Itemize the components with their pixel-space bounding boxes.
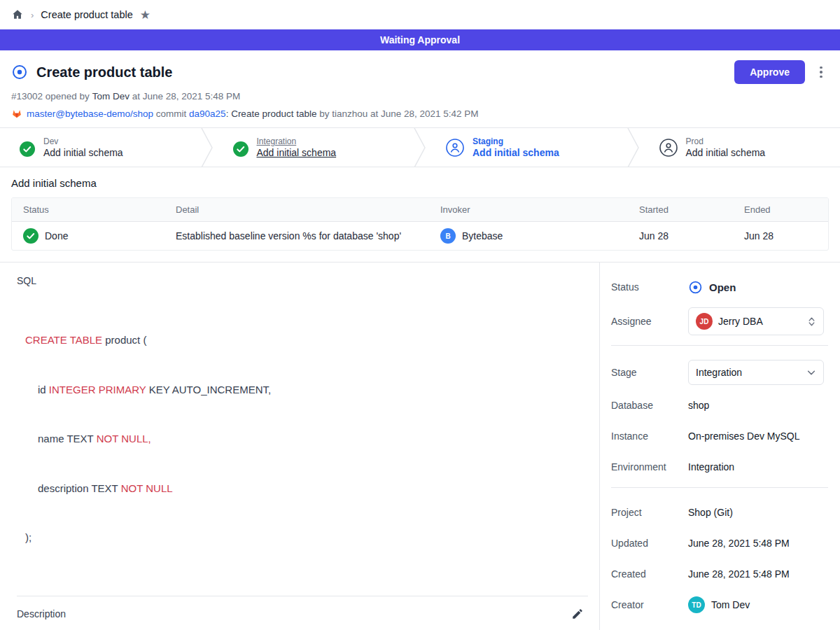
chevron-down-icon: [806, 368, 816, 377]
stage-env-label: Dev: [43, 136, 123, 146]
person-circle-icon: [659, 139, 678, 157]
sql-label: SQL: [17, 275, 588, 286]
updated-row: Updated June 28, 2021 5:48 PM: [611, 533, 828, 554]
commit-hash-link[interactable]: da90a25: [189, 108, 226, 119]
home-icon[interactable]: [11, 8, 24, 21]
divider: [611, 345, 828, 346]
bytebase-issue-page: › Create product table ★ Waiting Approva…: [0, 0, 840, 630]
issue-header: Create product table Approve #13002 open…: [0, 50, 840, 127]
creator-value: TD Tom Dev: [688, 596, 750, 613]
more-options-icon[interactable]: [813, 64, 829, 81]
avatar: JD: [696, 313, 713, 330]
updated-value: June 28, 2021 5:48 PM: [688, 538, 790, 549]
started-cell: Jun 28: [628, 222, 733, 250]
stage-task-label: Add initial schema: [43, 147, 123, 158]
stage-env-label: Integration: [257, 136, 337, 146]
task-table: Status Detail Invoker Started Ended Done…: [11, 197, 829, 251]
status-value: Open: [688, 280, 736, 295]
environment-row: Environment Integration: [611, 456, 828, 477]
updated-label: Updated: [611, 538, 688, 549]
instance-row: Instance On-premises Dev MySQL: [611, 426, 828, 447]
status-label: Status: [611, 281, 688, 293]
divider: [17, 596, 588, 596]
breadcrumb-separator: ›: [31, 10, 34, 20]
edit-pencil-icon[interactable]: [571, 608, 584, 620]
avatar: B: [440, 228, 456, 244]
approval-banner-text: Waiting Approval: [380, 34, 460, 46]
created-label: Created: [611, 568, 688, 580]
divider: [611, 487, 828, 488]
status-cell: Done: [12, 222, 164, 250]
issue-open-icon: [688, 280, 703, 295]
stage-value: Integration: [696, 367, 801, 378]
col-started: Started: [628, 198, 733, 221]
stage-separator: [627, 128, 640, 167]
assignee-select[interactable]: JD Jerry DBA: [688, 307, 824, 335]
assignee-label: Assignee: [611, 316, 688, 327]
environment-value: Integration: [688, 461, 734, 472]
stage-prod[interactable]: ProdAdd initial schema: [640, 128, 840, 167]
task-section: Add initial schema Status Detail Invoker…: [0, 167, 840, 262]
assignee-value: Jerry DBA: [718, 316, 802, 327]
instance-value[interactable]: On-premises Dev MySQL: [688, 430, 799, 442]
col-ended: Ended: [733, 198, 828, 221]
creator-row: Creator TD Tom Dev: [611, 594, 828, 615]
creator-label: Creator: [611, 599, 688, 610]
issue-sidebar: Status Open Assignee JD Jerry DBA: [600, 262, 839, 630]
check-circle-icon: [23, 228, 38, 244]
issue-meta: #13002 opened by Tom Dev at June 28, 202…: [11, 91, 829, 102]
branch-link[interactable]: master@bytebase-demo/shop: [27, 108, 153, 119]
invoker-name: Bytebase: [462, 230, 503, 241]
stage-label: Stage: [611, 367, 688, 378]
ended-cell: Jun 28: [733, 222, 828, 250]
stage-row: Stage Integration: [611, 360, 828, 385]
col-detail: Detail: [164, 198, 429, 221]
project-value[interactable]: Shop (Git): [688, 507, 733, 518]
database-value[interactable]: shop: [688, 400, 709, 411]
sql-code: CREATE TABLE product ( id INTEGER PRIMAR…: [17, 299, 588, 579]
table-row[interactable]: Done Established baseline version %s for…: [12, 222, 828, 250]
stage-integration[interactable]: IntegrationAdd initial schema: [214, 128, 414, 167]
stage-task-label: Add initial schema: [472, 147, 559, 158]
page-title: Create product table: [36, 64, 172, 80]
check-circle-icon: [233, 140, 248, 155]
updown-chevron-icon: [807, 316, 816, 328]
stage-separator: [414, 128, 426, 167]
pipeline-stages: DevAdd initial schema IntegrationAdd ini…: [0, 127, 840, 167]
created-value: June 28, 2021 5:48 PM: [688, 568, 790, 580]
task-table-header: Status Detail Invoker Started Ended: [12, 198, 828, 222]
approval-banner: Waiting Approval: [0, 29, 840, 50]
commit-text: master@bytebase-demo/shop commit da90a25…: [27, 108, 479, 119]
stage-separator: [201, 128, 214, 167]
issue-author: Tom Dev: [92, 91, 130, 102]
main-panel: SQL CREATE TABLE product ( id INTEGER PR…: [0, 262, 600, 630]
project-row: Project Shop (Git): [611, 502, 828, 523]
stage-task-label: Add initial schema: [257, 147, 337, 158]
person-circle-icon: [446, 139, 464, 157]
instance-label: Instance: [611, 430, 688, 442]
invoker-cell: B Bytebase: [429, 222, 628, 250]
stage-dev[interactable]: DevAdd initial schema: [0, 128, 201, 167]
detail-cell: Established baseline version %s for data…: [164, 222, 429, 250]
status-row: Status Open: [611, 276, 828, 298]
stage-staging[interactable]: StagingAdd initial schema: [426, 128, 627, 167]
stage-env-label: Staging: [472, 136, 559, 146]
stage-env-label: Prod: [686, 136, 766, 146]
issue-id: #13002: [11, 91, 43, 102]
approve-button[interactable]: Approve: [734, 60, 805, 84]
database-row: Database shop: [611, 395, 828, 416]
created-row: Created June 28, 2021 5:48 PM: [611, 564, 828, 584]
favorite-star-icon[interactable]: ★: [140, 9, 150, 21]
task-section-title: Add initial schema: [11, 177, 829, 189]
col-invoker: Invoker: [429, 198, 628, 221]
gitlab-icon: [11, 108, 22, 119]
stage-select[interactable]: Integration: [688, 360, 824, 385]
environment-label: Environment: [611, 461, 688, 472]
stage-task-label: Add initial schema: [686, 147, 766, 158]
breadcrumb: › Create product table ★: [0, 0, 840, 29]
commit-info: master@bytebase-demo/shop commit da90a25…: [11, 108, 829, 119]
check-circle-icon: [20, 140, 35, 155]
database-label: Database: [611, 400, 688, 411]
project-label: Project: [611, 507, 688, 518]
avatar: TD: [688, 596, 705, 613]
